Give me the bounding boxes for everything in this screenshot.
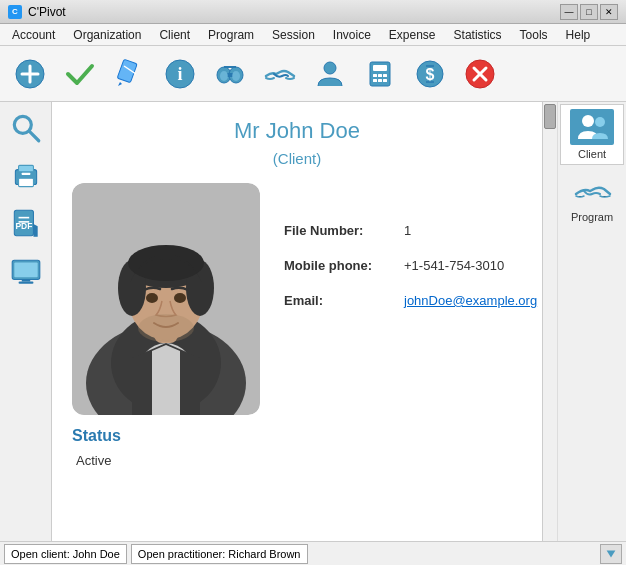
add-icon — [14, 58, 46, 90]
calculator-button[interactable] — [358, 52, 402, 96]
svg-point-56 — [138, 314, 194, 342]
svg-rect-39 — [14, 262, 37, 277]
menu-tools[interactable]: Tools — [512, 26, 556, 44]
check-icon — [64, 58, 96, 90]
svg-rect-17 — [373, 74, 377, 77]
status-section: Status Active — [72, 427, 522, 468]
client-nav-icon — [570, 109, 614, 145]
desktop-sidebar-icon — [9, 255, 43, 289]
add-button[interactable] — [8, 52, 52, 96]
minimize-button[interactable]: — — [560, 4, 578, 20]
search-sidebar-icon — [9, 111, 43, 145]
pdf-sidebar-button[interactable]: PDF — [6, 204, 46, 244]
svg-rect-33 — [21, 173, 30, 175]
handshake-button[interactable] — [258, 52, 302, 96]
svg-rect-21 — [378, 79, 382, 82]
status-value: Active — [72, 453, 522, 468]
edit-button[interactable] — [108, 52, 152, 96]
info-icon: i — [164, 58, 196, 90]
menu-expense[interactable]: Expense — [381, 26, 444, 44]
status-bar: Open client: John Doe Open practitioner:… — [0, 541, 626, 565]
search-button[interactable] — [208, 52, 252, 96]
svg-rect-31 — [18, 165, 33, 171]
app-title: C'Pivot — [28, 5, 66, 19]
menu-statistics[interactable]: Statistics — [446, 26, 510, 44]
menu-session[interactable]: Session — [264, 26, 323, 44]
toolbar: i — [0, 46, 626, 102]
svg-point-55 — [174, 293, 186, 303]
svg-text:$: $ — [426, 66, 435, 83]
delete-button[interactable] — [458, 52, 502, 96]
open-practitioner-status[interactable]: Open practitioner: Richard Brown — [131, 544, 308, 564]
right-nav: Client Program — [558, 102, 626, 541]
menu-bar: Account Organization Client Program Sess… — [0, 24, 626, 46]
svg-rect-16 — [373, 65, 387, 71]
profile-image — [72, 183, 260, 415]
file-number-label: File Number: — [284, 223, 404, 238]
person-button[interactable] — [308, 52, 352, 96]
print-sidebar-button[interactable] — [6, 156, 46, 196]
save-button[interactable] — [58, 52, 102, 96]
svg-rect-41 — [18, 282, 33, 284]
program-nav-label: Program — [571, 211, 613, 223]
program-icon — [570, 172, 614, 208]
close-window-button[interactable]: ✕ — [600, 4, 618, 20]
close-icon — [464, 58, 496, 90]
svg-point-11 — [220, 71, 228, 81]
money-button[interactable]: $ — [408, 52, 452, 96]
search-sidebar-button[interactable] — [6, 108, 46, 148]
status-action-button[interactable] — [600, 544, 622, 564]
svg-point-58 — [582, 115, 594, 127]
open-practitioner-text: Open practitioner: Richard Brown — [138, 548, 301, 560]
scrollbar-thumb — [544, 104, 556, 129]
client-name: Mr John Doe — [72, 118, 522, 144]
menu-program[interactable]: Program — [200, 26, 262, 44]
svg-line-29 — [29, 131, 39, 141]
desktop-sidebar-button[interactable] — [6, 252, 46, 292]
client-nav-label: Client — [578, 148, 606, 160]
title-bar: C C'Pivot — □ ✕ — [0, 0, 626, 24]
svg-point-59 — [595, 117, 605, 127]
svg-rect-3 — [117, 59, 137, 83]
svg-rect-20 — [373, 79, 377, 82]
email-link[interactable]: johnDoe@example.org — [404, 293, 537, 308]
client-icon — [570, 109, 614, 145]
pencil-icon — [114, 58, 146, 90]
binoculars-icon — [214, 58, 246, 90]
person-icon — [314, 58, 346, 90]
svg-marker-4 — [118, 82, 122, 86]
svg-point-54 — [146, 293, 158, 303]
menu-client[interactable]: Client — [151, 26, 198, 44]
svg-rect-22 — [383, 79, 387, 82]
right-panel: Client Program — [542, 102, 626, 541]
menu-help[interactable]: Help — [558, 26, 599, 44]
money-icon: $ — [414, 58, 446, 90]
info-button[interactable]: i — [158, 52, 202, 96]
mobile-phone-value: +1-541-754-3010 — [404, 258, 504, 273]
open-client-text: Open client: John Doe — [11, 548, 120, 560]
status-title: Status — [72, 427, 522, 445]
file-number-row: File Number: 1 — [284, 223, 537, 238]
svg-text:PDF: PDF — [15, 221, 32, 231]
mobile-phone-label: Mobile phone: — [284, 258, 404, 273]
svg-rect-57 — [570, 109, 614, 145]
email-label: Email: — [284, 293, 404, 308]
svg-rect-18 — [378, 74, 382, 77]
program-nav-item[interactable]: Program — [560, 167, 624, 228]
menu-organization[interactable]: Organization — [65, 26, 149, 44]
client-type: (Client) — [72, 150, 522, 167]
svg-point-53 — [128, 245, 204, 281]
menu-invoice[interactable]: Invoice — [325, 26, 379, 44]
left-sidebar: PDF — [0, 102, 52, 541]
content-scrollbar[interactable] — [542, 102, 558, 541]
file-number-value: 1 — [404, 223, 411, 238]
open-client-status[interactable]: Open client: John Doe — [4, 544, 127, 564]
client-nav-item[interactable]: Client — [560, 104, 624, 165]
pdf-sidebar-icon: PDF — [9, 207, 43, 241]
app-icon: C — [8, 5, 22, 19]
menu-account[interactable]: Account — [4, 26, 63, 44]
print-sidebar-icon — [9, 159, 43, 193]
maximize-button[interactable]: □ — [580, 4, 598, 20]
content-area: Mr John Doe (Client) — [52, 102, 542, 541]
handshake-icon — [264, 58, 296, 90]
